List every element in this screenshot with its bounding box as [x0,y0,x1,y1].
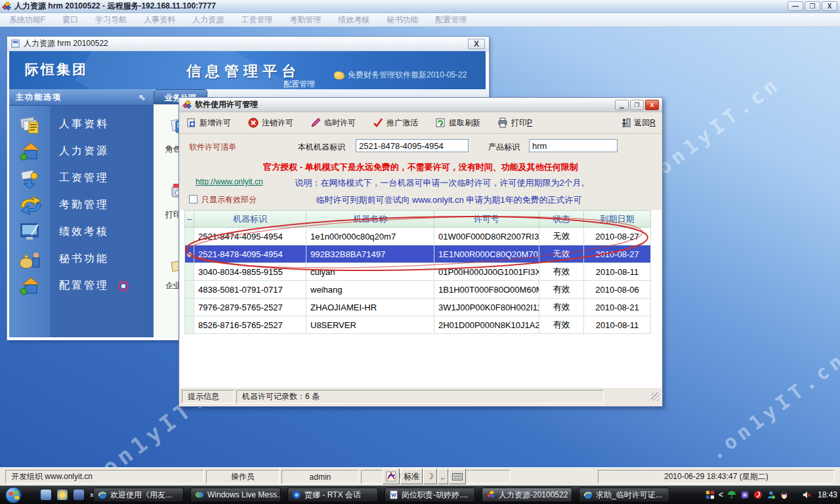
tray-download-icon[interactable] [753,490,763,499]
menu-item-secretary[interactable]: 秘书功能 [387,14,418,26]
col-expiry[interactable]: 到期日期 [584,211,651,228]
menu-item-hr[interactable]: 人力资源 [192,14,224,26]
hr-house-icon [18,141,43,162]
app-statusbar: 开发组织 www.onlyit.cn 操作员 admin 工号 2010-06-… [0,467,840,486]
dialog-maximize-button[interactable]: ❐ [630,100,644,110]
task-messenger[interactable]: Windows Live Mess... [190,488,281,502]
col-machine-name[interactable]: 机器名称 [306,211,434,228]
temp-license-button[interactable]: 临时许可 [310,117,356,129]
ime-punct-icon[interactable]: ,. [438,469,449,484]
menu-item-attendance[interactable]: 考勤管理 [289,14,321,26]
dialog-titlebar: 软件使用许可管理 ▁ ❐ X [179,98,662,112]
menu-item-hr-file[interactable]: 人事资料 [144,14,175,26]
resize-grip[interactable] [651,392,660,401]
task-word-doc[interactable]: 岗位职责-胡婷婷.... [385,488,475,502]
col-machine-id[interactable]: 机器标识 [194,211,306,228]
promote-activate-button[interactable]: 推广激活 [373,117,418,129]
product-id-field[interactable] [529,139,618,152]
table-row-selected[interactable]: ◆ 2521-8478-4095-4954 992B32B8BA71497 1E… [185,245,651,263]
cursor-arrow-icon: ⇖ [138,93,147,102]
checkbox-icon[interactable] [189,195,198,203]
performance-monitor-icon [18,222,43,243]
restore-button[interactable]: ❐ [805,1,820,11]
promote-activate-icon [373,117,383,128]
taskbar: » 欢迎使用《用友... Windows Live Mess... 贾娜 - R… [0,486,840,504]
system-tray: < 18:43 [705,488,837,502]
return-exit-icon [621,117,631,128]
show-desktop-icon[interactable] [41,490,51,500]
sidebar-item-label: 秘书功能 [59,252,109,266]
refresh-button[interactable]: 提取刷新 [435,117,480,129]
col-license-no[interactable]: 许可号 [434,211,539,228]
tray-im-icon[interactable] [740,490,749,499]
close-button[interactable]: X [822,1,837,11]
tray-clock: 18:43 [818,490,837,499]
ime-logo-icon[interactable] [383,469,400,484]
volume-muted-icon[interactable] [802,490,811,499]
sidebar-item-hr[interactable]: 人力资源 [9,138,154,165]
ime-mode-button[interactable]: 标准 [400,469,423,484]
license-form: 软件许可清单 本机机器标识 产品标识 官方授权 - 单机模式下是永远免费的，不需… [180,134,662,210]
dialog-close-button[interactable]: X [645,100,659,110]
tray-chevron-icon[interactable]: < [719,490,723,499]
dialog-toolbar: 新增许可 注销许可 临时许可 推广激活 提取刷新 打印P [179,112,662,134]
table-row[interactable]: 3040-8034-9855-9155 culyan 01P00H000J00G… [185,263,651,281]
tray-rtx-user-icon[interactable] [766,490,776,499]
mdi-window-title: 人力资源 hrm 20100522 [24,38,108,49]
table-row[interactable]: 8526-8716-5765-2527 U8SERVER 2H01D00P000… [185,316,651,334]
task-ie-help[interactable]: 求助_临时许可证... [579,488,669,502]
license-dialog: 软件使用许可管理 ▁ ❐ X 新增许可 注销许可 临时许可 [178,97,663,407]
menu-item-learn[interactable]: 学习导航 [95,14,127,26]
dialog-minimize-button[interactable]: ▁ [615,100,629,110]
sidebar-item-salary[interactable]: 工资管理 [9,165,154,192]
toolbar-label: 临时许可 [324,118,356,127]
menu-item-config[interactable]: 配置管理 [435,14,467,26]
mdi-close-button[interactable]: X [468,39,485,49]
menu-item-window[interactable]: 窗口 [62,14,78,26]
table-row[interactable]: 7976-2879-5765-2527 ZHAOJIAMEI-HR 3W1J00… [185,299,651,316]
tray-qq-icon[interactable] [780,490,789,499]
new-license-button[interactable]: 新增许可 [186,117,231,129]
machine-id-field[interactable] [356,139,469,152]
minimize-button[interactable]: — [788,1,803,11]
task-title: 求助_临时许可证... [596,490,662,501]
ime-keyboard-icon[interactable] [449,469,466,484]
banner: 际恒集团 信息管理平台 配置管理 免费财务管理软件最新2010-05-22 [9,51,486,89]
app-quicklaunch-icon[interactable] [74,490,84,500]
task-ie-welcome[interactable]: 欢迎使用《用友... [93,488,184,502]
table-row[interactable]: 2521-8474-4095-4954 1e1n00r000c80q20m7 0… [185,228,651,245]
menu-item-performance[interactable]: 绩效考核 [338,14,369,26]
menu-item-salary[interactable]: 工资管理 [241,14,272,26]
col-status[interactable]: 状态 [539,211,584,228]
return-button[interactable]: 返回R [621,117,656,129]
start-button[interactable] [5,487,22,503]
ie-quicklaunch-icon[interactable] [57,490,68,500]
config-house-icon [18,276,43,297]
sidebar-item-config[interactable]: 配置管理 [9,272,154,299]
menu-item-system[interactable]: 系统功能F [9,14,45,26]
print-button[interactable]: 打印P [497,117,532,129]
promo-text: 免费财务管理软件最新2010-05-22 [348,70,467,81]
sidebar-item-secretary[interactable]: 秘书功能 [9,245,154,272]
word-doc-icon [389,490,398,499]
toolbar-label: 打印 [511,118,527,127]
revoke-license-button[interactable]: 注销许可 [248,117,293,129]
task-hrm-active[interactable]: 人力资源-20100522 [482,488,572,502]
sidebar-item-attendance[interactable]: 考勤管理 [9,192,154,219]
promo-banner[interactable]: 免费财务管理软件最新2010-05-22 [334,70,467,81]
table-row[interactable]: 4838-5081-0791-0717 weihang 1B1H00T000F8… [185,281,651,299]
renew-note: 临时许可到期前可尝试向 www.onlyit.cn 申请为期1年的免费的正式许可 [285,194,613,206]
tray-umbrella-icon[interactable] [727,490,736,499]
ime-fullhalf-icon[interactable]: ☽ [423,469,437,484]
toolbar-label: 注销许可 [262,118,293,127]
valid-only-checkbox[interactable]: 只显示有效部分 [189,194,257,205]
task-rtx-chat[interactable]: 贾娜 - RTX 会话 [287,488,378,502]
sidebar-item-performance[interactable]: 绩效考核 [9,219,154,245]
task-title: Windows Live Mess... [207,490,281,499]
toolbar-label: 提取刷新 [449,118,480,127]
sidebar-item-personnel[interactable]: 人事资料 [9,111,154,138]
tray-rtx-icon[interactable] [705,490,715,499]
sidebar-item-label: 工资管理 [59,171,109,185]
operator-label: 操作员 [206,470,280,484]
onlyit-link[interactable]: http://www.onlyit.cn [196,177,263,186]
